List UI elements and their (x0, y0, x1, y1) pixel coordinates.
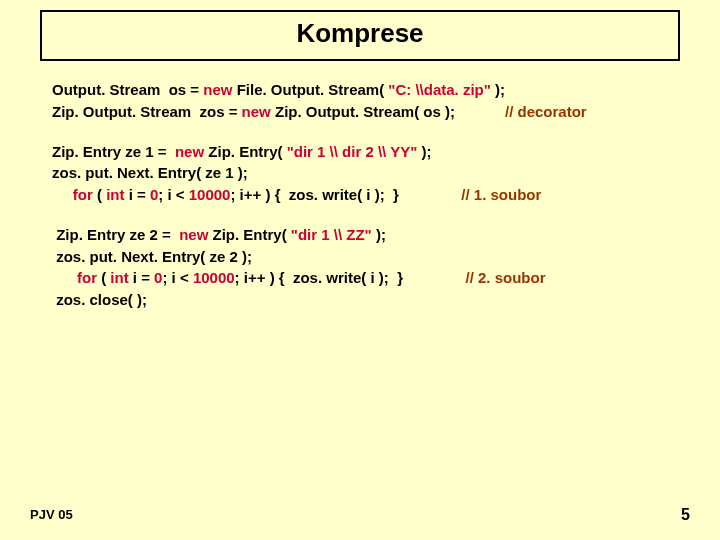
slide: Komprese Output. Stream os = new File. O… (0, 0, 720, 540)
code-text: ; i < (158, 186, 188, 203)
keyword-for: for (52, 269, 97, 286)
keyword-new: new (175, 143, 204, 160)
number-literal: 10000 (193, 269, 235, 286)
code-text: ); (491, 81, 505, 98)
slide-content: Output. Stream os = new File. Output. St… (0, 61, 720, 311)
keyword-new: new (242, 103, 271, 120)
code-text: ); (372, 226, 386, 243)
keyword-int: int (106, 186, 124, 203)
code-line: Zip. Entry ze 1 = new Zip. Entry( "dir 1… (52, 141, 668, 163)
code-text: i = (129, 269, 154, 286)
code-text: Zip. Output. Stream( os ); (271, 103, 455, 120)
slide-title: Komprese (40, 10, 680, 61)
code-block-3: Zip. Entry ze 2 = new Zip. Entry( "dir 1… (52, 224, 668, 311)
code-text: Zip. Output. Stream zos = (52, 103, 242, 120)
code-line: for ( int i = 0; i < 10000; i++ ) { zos.… (52, 267, 668, 289)
code-text: ; i < (162, 269, 192, 286)
code-text: ); (417, 143, 431, 160)
code-text: ; i++ ) { zos. write( i ); } (235, 269, 403, 286)
code-text: ; i++ ) { zos. write( i ); } (230, 186, 398, 203)
comment: // 1. soubor (399, 186, 542, 203)
number-literal: 10000 (189, 186, 231, 203)
code-text: File. Output. Stream( (232, 81, 388, 98)
code-line: Output. Stream os = new File. Output. St… (52, 79, 668, 101)
keyword-for: for (52, 186, 93, 203)
code-text: ( (93, 186, 106, 203)
code-line: zos. put. Next. Entry( ze 2 ); (52, 246, 668, 268)
string-literal: "dir 1 \\ ZZ" (291, 226, 372, 243)
code-line: zos. close( ); (52, 289, 668, 311)
code-text: i = (125, 186, 150, 203)
code-text: Zip. Entry ze 1 = (52, 143, 175, 160)
page-number: 5 (681, 506, 690, 524)
code-line: Zip. Entry ze 2 = new Zip. Entry( "dir 1… (52, 224, 668, 246)
code-block-1: Output. Stream os = new File. Output. St… (52, 79, 668, 123)
comment: // decorator (455, 103, 587, 120)
code-text: Zip. Entry( (208, 226, 291, 243)
code-text: Output. Stream os = (52, 81, 203, 98)
comment: // 2. soubor (403, 269, 546, 286)
footer-left: PJV 05 (30, 507, 73, 522)
title-wrap: Komprese (0, 0, 720, 61)
keyword-int: int (110, 269, 128, 286)
keyword-new: new (203, 81, 232, 98)
string-literal: "C: \\data. zip" (388, 81, 491, 98)
string-literal: "dir 1 \\ dir 2 \\ YY" (287, 143, 418, 160)
code-line: for ( int i = 0; i < 10000; i++ ) { zos.… (52, 184, 668, 206)
code-block-2: Zip. Entry ze 1 = new Zip. Entry( "dir 1… (52, 141, 668, 206)
code-line: zos. put. Next. Entry( ze 1 ); (52, 162, 668, 184)
code-line: Zip. Output. Stream zos = new Zip. Outpu… (52, 101, 668, 123)
keyword-new: new (179, 226, 208, 243)
code-text: Zip. Entry ze 2 = (52, 226, 179, 243)
code-text: ( (97, 269, 110, 286)
code-text: Zip. Entry( (204, 143, 287, 160)
